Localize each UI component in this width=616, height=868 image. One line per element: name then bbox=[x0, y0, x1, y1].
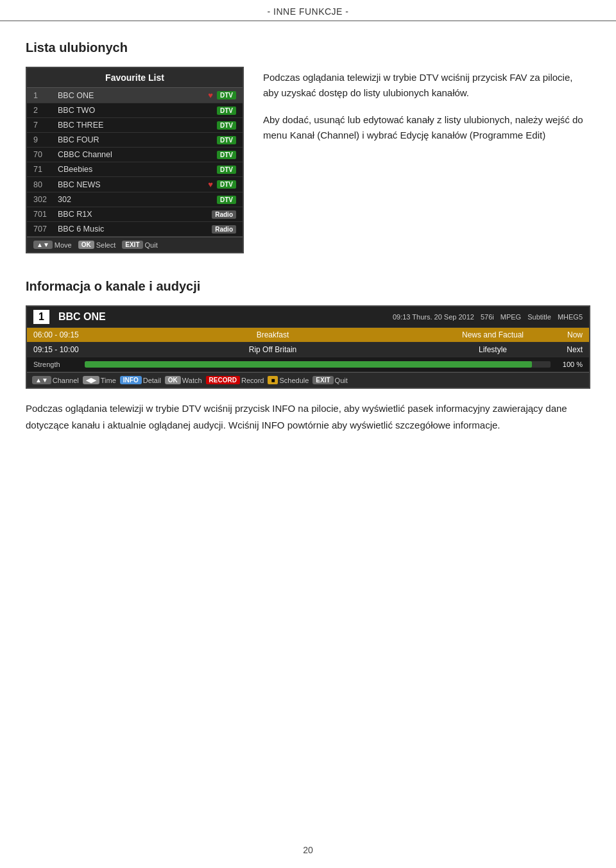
subtitle: Subtitle bbox=[527, 313, 551, 321]
channel-item: 80BBC NEWS♥DTV bbox=[27, 177, 243, 192]
ch-name: BBC 6 Music bbox=[58, 225, 212, 234]
ch-badge: Radio bbox=[212, 210, 236, 219]
page-number: 20 bbox=[303, 845, 313, 855]
signal-bar bbox=[85, 361, 551, 368]
move-key: ▲▼ bbox=[33, 241, 53, 249]
record-btn-label: Record bbox=[241, 377, 264, 384]
channel-list: 1BBC ONE♥DTV2BBC TWODTV7BBC THREEDTV9BBC… bbox=[27, 88, 243, 237]
footer-channel: ▲▼ Channel bbox=[32, 376, 79, 384]
section2-title: Informacja o kanale i audycji bbox=[26, 279, 590, 294]
ch-name: BBC NEWS bbox=[58, 180, 208, 189]
ch-badge: DTV bbox=[217, 166, 236, 174]
page-footer: 20 bbox=[0, 845, 616, 855]
section1-desc-col: Podczas oglądania telewizji w trybie DTV… bbox=[263, 67, 590, 253]
ch-name: BBC THREE bbox=[58, 121, 217, 130]
signal-percent: 100 % bbox=[557, 361, 583, 368]
prog-time: 06:00 - 09:15 bbox=[33, 330, 104, 339]
footer-move: ▲▼ Move bbox=[33, 241, 72, 249]
section1-desc2: Aby dodać, usunąć lub edytować kanały z … bbox=[263, 112, 590, 143]
channel-item: 2BBC TWODTV bbox=[27, 103, 243, 118]
channel-item: 302302DTV bbox=[27, 192, 243, 207]
channel-key: ▲▼ bbox=[32, 376, 51, 384]
footer-watch: OK Watch bbox=[165, 376, 202, 384]
prog-when: Next bbox=[544, 345, 583, 354]
signal-label: Strength bbox=[33, 361, 78, 368]
footer-detail: INFO Detail bbox=[120, 376, 161, 384]
codec: MPEG bbox=[501, 313, 521, 321]
schedule-key: ■ bbox=[268, 376, 278, 384]
footer-record: RECORD Record bbox=[206, 376, 264, 384]
ch-num: 80 bbox=[33, 180, 58, 189]
signal-bar-fill bbox=[85, 361, 532, 368]
prog-genre: News and Factual bbox=[441, 330, 544, 339]
ch-badge: DTV bbox=[217, 121, 236, 130]
select-label: Select bbox=[96, 241, 116, 249]
footer-schedule: ■ Schedule bbox=[268, 376, 309, 384]
channel-item: 7BBC THREEDTV bbox=[27, 118, 243, 133]
section2: Informacja o kanale i audycji 1 BBC ONE … bbox=[26, 279, 590, 433]
section1-title: Lista ulubionych bbox=[26, 40, 590, 55]
info-meta: 09:13 Thurs. 20 Sep 2012 576i MPEG Subti… bbox=[393, 313, 583, 321]
ch-num: 1 bbox=[33, 91, 58, 100]
footer-time: ◀▶ Time bbox=[83, 376, 116, 384]
schedule-btn-label: Schedule bbox=[279, 377, 309, 384]
signal-row: Strength 100 % bbox=[27, 357, 589, 372]
tv-footer-bar: ▲▼ Move OK Select EXIT Quit bbox=[27, 237, 243, 252]
ch-num: 7 bbox=[33, 121, 58, 130]
channel-item: 707BBC 6 MusicRadio bbox=[27, 222, 243, 237]
header-title: - INNE FUNKCJE - bbox=[268, 6, 349, 17]
ch-num: 701 bbox=[33, 210, 58, 219]
detail-btn-label: Detail bbox=[143, 377, 161, 384]
ch-num: 302 bbox=[33, 195, 58, 204]
exit-key: EXIT bbox=[122, 241, 142, 249]
ch-num: 70 bbox=[33, 150, 58, 159]
program-row: 06:00 - 09:15BreakfastNews and FactualNo… bbox=[27, 328, 589, 343]
footer-quit-info: EXIT Quit bbox=[312, 376, 347, 384]
ch-badge: Radio bbox=[212, 225, 236, 234]
prog-genre: Lifestyle bbox=[441, 345, 544, 354]
ch-name: BBC FOUR bbox=[58, 135, 217, 144]
program-row: 09:15 - 10:00Rip Off BritainLifestyleNex… bbox=[27, 343, 589, 357]
ch-name: BBC ONE bbox=[58, 91, 208, 100]
program-rows: 06:00 - 09:15BreakfastNews and FactualNo… bbox=[27, 328, 589, 357]
footer-quit: EXIT Quit bbox=[122, 241, 157, 249]
record-key: RECORD bbox=[206, 376, 240, 384]
ch-name: BBC TWO bbox=[58, 106, 217, 115]
ch-badge: DTV bbox=[217, 196, 236, 204]
ch-badge: DTV bbox=[217, 106, 236, 115]
ch-num: 707 bbox=[33, 225, 58, 234]
prog-name: Breakfast bbox=[104, 330, 441, 339]
ch-badge: DTV bbox=[217, 136, 236, 144]
watch-btn-label: Watch bbox=[182, 377, 202, 384]
tv-title: Favourite List bbox=[27, 68, 243, 88]
ch-name: BBC R1X bbox=[58, 210, 212, 219]
prog-name: Rip Off Britain bbox=[104, 345, 441, 354]
channel-item: 71CBeebiesDTV bbox=[27, 162, 243, 177]
ch-badge: DTV bbox=[217, 151, 236, 159]
prog-time: 09:15 - 10:00 bbox=[33, 345, 104, 354]
channel-item: 9BBC FOURDTV bbox=[27, 133, 243, 148]
ch-name: CBeebies bbox=[58, 165, 217, 174]
ch-num: 71 bbox=[33, 165, 58, 174]
channel-item: 70CBBC ChannelDTV bbox=[27, 148, 243, 162]
info-screen: 1 BBC ONE 09:13 Thurs. 20 Sep 2012 576i … bbox=[26, 305, 590, 389]
info-header-row: 1 BBC ONE 09:13 Thurs. 20 Sep 2012 576i … bbox=[27, 307, 589, 328]
footer-select: OK Select bbox=[78, 241, 116, 249]
watch-key: OK bbox=[165, 376, 181, 384]
air-time: 09:13 Thurs. 20 Sep 2012 bbox=[393, 313, 474, 321]
channel-name: BBC ONE bbox=[58, 311, 386, 323]
ch-badge: DTV bbox=[217, 91, 236, 99]
ch-name: CBBC Channel bbox=[58, 150, 217, 159]
ch-name: 302 bbox=[58, 195, 217, 204]
info-footer-bar: ▲▼ Channel ◀▶ Time INFO Detail OK Watch … bbox=[27, 372, 589, 387]
prog-when: Now bbox=[544, 330, 583, 339]
channel-btn-label: Channel bbox=[53, 377, 79, 384]
favourite-list-screen: Favourite List 1BBC ONE♥DTV2BBC TWODTV7B… bbox=[26, 67, 244, 253]
time-key: ◀▶ bbox=[83, 376, 99, 384]
heart-icon: ♥ bbox=[208, 90, 213, 100]
section1-desc1: Podczas oglądania telewizji w trybie DTV… bbox=[263, 70, 590, 101]
resolution: 576i bbox=[481, 313, 494, 321]
move-label: Move bbox=[55, 241, 72, 249]
channel-item: 1BBC ONE♥DTV bbox=[27, 88, 243, 103]
info-key: INFO bbox=[120, 376, 142, 384]
